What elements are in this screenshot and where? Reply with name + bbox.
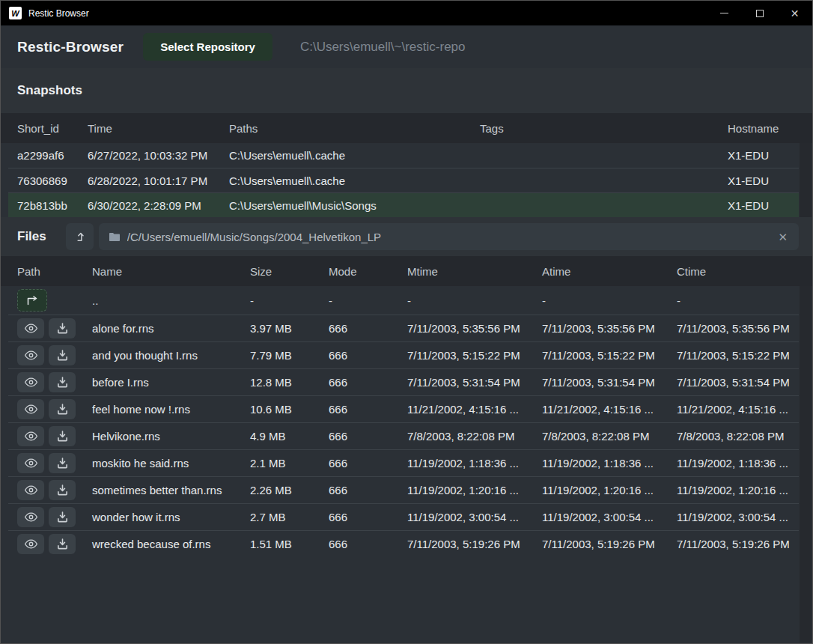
preview-file-button[interactable]: [17, 426, 44, 446]
file-ctime: 11/19/2002, 3:00:54 ...: [668, 511, 799, 523]
app-title: Restic-Browser: [17, 39, 124, 55]
parent-directory-row: .. - - - - -: [8, 286, 799, 315]
download-icon: [57, 538, 68, 550]
parent-row-atime: -: [533, 294, 668, 307]
file-ctime: 7/11/2003, 5:15:22 PM: [668, 349, 799, 362]
maximize-icon: [756, 10, 764, 17]
file-mode: 666: [320, 322, 398, 335]
file-size: 2.7 MB: [241, 511, 320, 523]
files-path-input[interactable]: /C/Users/emuell/Music/Songs/2004_Helveti…: [99, 223, 799, 250]
preview-file-button[interactable]: [17, 534, 44, 554]
snapshot-hostname: X1-EDU: [719, 149, 799, 162]
clear-path-button[interactable]: ✕: [776, 231, 789, 243]
file-mode: 666: [320, 376, 398, 389]
parent-row-mtime: -: [398, 294, 533, 307]
eye-icon: [24, 458, 38, 468]
file-atime: 7/11/2003, 5:31:54 PM: [533, 376, 668, 389]
file-mode: 666: [320, 403, 398, 416]
eye-icon: [24, 377, 38, 387]
preview-file-button[interactable]: [17, 480, 44, 500]
file-ctime: 7/8/2003, 8:22:08 PM: [668, 430, 799, 443]
snapshot-time: 6/28/2022, 10:01:17 PM: [79, 174, 220, 187]
file-atime: 11/19/2002, 3:00:54 ...: [533, 511, 668, 523]
download-file-button[interactable]: [49, 399, 76, 419]
download-file-button[interactable]: [49, 534, 76, 554]
file-mtime: 11/19/2002, 1:20:16 ...: [398, 484, 533, 496]
download-file-button[interactable]: [49, 453, 76, 473]
open-parent-directory-button[interactable]: [17, 289, 47, 312]
file-name: feel home now !.rns: [83, 403, 241, 416]
file-size: 4.9 MB: [241, 430, 320, 443]
file-size: 3.97 MB: [241, 322, 320, 335]
file-row: sometimes better than.rns 2.26 MB 666 11…: [8, 476, 799, 503]
file-size: 2.1 MB: [241, 457, 320, 470]
close-button[interactable]: ✕: [777, 1, 812, 25]
snapshot-time: 6/27/2022, 10:03:32 PM: [79, 149, 220, 162]
file-name: before I.rns: [83, 376, 241, 389]
file-mtime: 7/11/2003, 5:19:26 PM: [398, 538, 533, 550]
snapshot-row[interactable]: a2299af6 6/27/2022, 10:03:32 PM C:\Users…: [8, 143, 799, 168]
close-icon: ✕: [791, 8, 800, 19]
download-file-button[interactable]: [49, 507, 76, 527]
file-mode: 666: [320, 511, 398, 523]
download-file-button[interactable]: [49, 318, 76, 338]
file-name: wonder how it.rns: [83, 511, 241, 523]
file-size: 7.79 MB: [241, 349, 320, 362]
snapshot-time: 6/30/2022, 2:28:09 PM: [79, 199, 220, 212]
column-mtime: Mtime: [398, 265, 533, 278]
wails-app-icon: W: [9, 7, 22, 19]
eye-icon: [24, 350, 38, 360]
file-row: and you thought I.rns 7.79 MB 666 7/11/2…: [8, 341, 799, 368]
file-size: 1.51 MB: [241, 538, 320, 550]
file-size: 10.6 MB: [241, 403, 320, 416]
download-file-button[interactable]: [49, 426, 76, 446]
download-file-button[interactable]: [49, 480, 76, 500]
file-atime: 7/8/2003, 8:22:08 PM: [533, 430, 668, 443]
snapshot-short-id: 76306869: [8, 174, 79, 187]
title-bar: W Restic Browser ✕: [1, 1, 812, 25]
folder-icon: [109, 232, 121, 242]
minimize-button[interactable]: [707, 1, 742, 25]
preview-file-button[interactable]: [17, 453, 44, 473]
parent-row-name: ..: [83, 294, 241, 307]
snapshot-row[interactable]: 76306869 6/28/2022, 10:01:17 PM C:\Users…: [8, 168, 799, 192]
column-name: Name: [83, 265, 241, 278]
files-table-header: Path Name Size Mode Mtime Atime Ctime: [1, 256, 812, 286]
level-up-icon: [74, 231, 85, 243]
preview-file-button[interactable]: [17, 372, 44, 392]
eye-icon: [24, 431, 38, 441]
go-to-parent-button[interactable]: [66, 223, 94, 250]
file-atime: 7/11/2003, 5:35:56 PM: [533, 322, 668, 335]
download-icon: [57, 511, 68, 523]
file-mode: 666: [320, 457, 398, 470]
file-name: Helvikone.rns: [83, 430, 241, 443]
file-name: alone for.rns: [83, 322, 241, 335]
file-name: wrecked because of.rns: [83, 538, 241, 550]
preview-file-button[interactable]: [17, 345, 44, 365]
preview-file-button[interactable]: [17, 507, 44, 527]
select-repository-button[interactable]: Select Repository: [143, 33, 272, 61]
preview-file-button[interactable]: [17, 399, 44, 419]
download-file-button[interactable]: [49, 372, 76, 392]
window-controls: ✕: [707, 1, 812, 25]
file-mtime: 7/11/2003, 5:31:54 PM: [398, 376, 533, 389]
maximize-button[interactable]: [742, 1, 777, 25]
files-heading: Files: [17, 229, 46, 244]
snapshot-row[interactable]: 72b813bb 6/30/2022, 2:28:09 PM C:\Users\…: [8, 192, 799, 217]
window-title: Restic Browser: [28, 8, 89, 19]
download-icon: [57, 484, 68, 496]
files-section-header: Files /C/Users/emuell/Music/Songs/2004_H…: [1, 217, 812, 256]
file-ctime: 11/19/2002, 1:18:36 ...: [668, 457, 799, 470]
download-file-button[interactable]: [49, 345, 76, 365]
column-ctime: Ctime: [668, 265, 799, 278]
file-mode: 666: [320, 349, 398, 362]
preview-file-button[interactable]: [17, 318, 44, 338]
eye-icon: [24, 512, 38, 522]
file-mode: 666: [320, 430, 398, 443]
snapshot-paths: C:\Users\emuell\.cache: [220, 174, 471, 187]
snapshots-section-header: Snapshots: [1, 68, 812, 113]
column-path: Path: [8, 265, 83, 278]
file-ctime: 7/11/2003, 5:31:54 PM: [668, 376, 799, 389]
repository-toolbar: Restic-Browser Select Repository C:\User…: [1, 25, 812, 68]
file-ctime: 11/19/2002, 1:20:16 ...: [668, 484, 799, 496]
